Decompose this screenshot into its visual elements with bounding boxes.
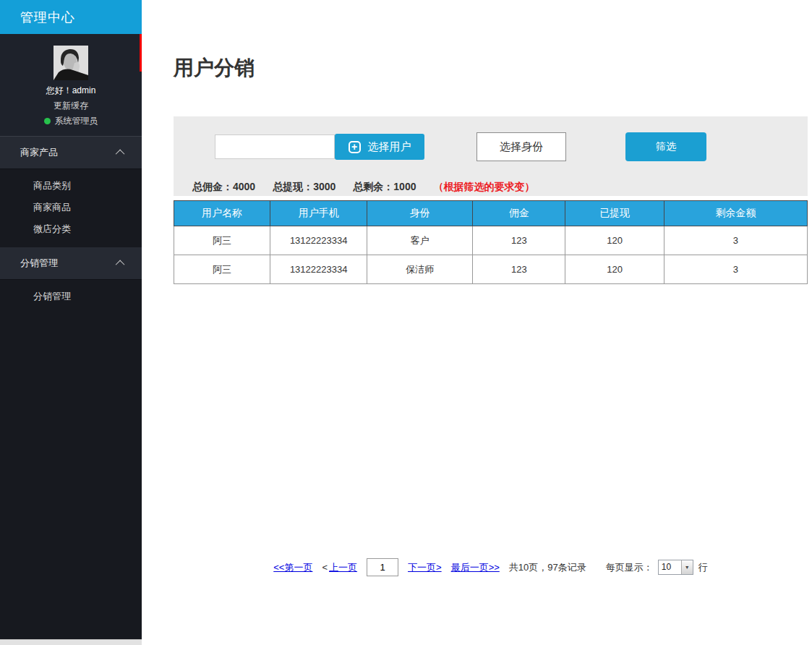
sidebar-section-label: 商家产品 [20, 146, 58, 159]
col-header-username: 用户名称 [174, 201, 270, 226]
cell-commission: 123 [473, 226, 565, 255]
update-cache-link[interactable]: 更新缓存 [0, 100, 142, 112]
filter-panel: + 选择用户 选择身份 筛选 总佣金：4000 总提现：3000 总剩余：100… [174, 116, 808, 196]
per-page-group: 每页显示： 10 ▼ 行 [606, 560, 708, 575]
cell-commission: 123 [473, 255, 565, 284]
page-number-input[interactable] [367, 558, 398, 576]
sidebar-scrollbar-thumb[interactable] [140, 34, 142, 72]
cell-remaining: 3 [664, 255, 807, 284]
submenu-merchant-products: 商品类别 商家商品 微店分类 [0, 169, 142, 247]
avatar-portrait-image [54, 46, 88, 80]
filter-button[interactable]: 筛选 [625, 132, 706, 161]
app-title-bar: 管理中心 [0, 0, 142, 34]
per-page-select[interactable]: 10 ▼ [658, 560, 693, 575]
cell-identity: 保洁师 [367, 255, 473, 284]
avatar [54, 46, 88, 80]
table-row: 阿三 13122223334 保洁师 123 120 3 [174, 255, 808, 284]
sidebar-item-distribution-management[interactable]: 分销管理 [0, 286, 142, 307]
table-row: 阿三 13122223334 客户 123 120 3 [174, 226, 808, 255]
main-content: 用户分销 + 选择用户 选择身份 筛选 总佣金：4000 总提现：3000 总剩… [142, 0, 812, 645]
per-page-label: 每页显示： [606, 561, 653, 574]
last-page-link[interactable]: 最后一页>> [451, 561, 500, 574]
stat-total-commission: 总佣金：4000 [192, 181, 255, 194]
app-root: 管理中心 您好！admin 更新缓存 系统管理员 商家 [0, 0, 812, 645]
first-page-link[interactable]: <<第一页 [273, 561, 312, 574]
distribution-table: 用户名称 用户手机 身份 佣金 已提现 剩余金额 阿三 13122223334 … [174, 200, 808, 284]
sidebar-section-label: 分销管理 [20, 257, 58, 270]
dropdown-arrow-icon: ▼ [681, 560, 693, 574]
sidebar-horizontal-scrollbar[interactable] [0, 639, 142, 645]
user-search-input[interactable] [215, 134, 335, 159]
sidebar-item-merchant-goods[interactable]: 商家商品 [0, 197, 142, 218]
user-role: 系统管理员 [0, 115, 142, 127]
col-header-commission: 佣金 [473, 201, 565, 226]
chevron-up-icon [116, 260, 125, 269]
cell-identity: 客户 [367, 226, 473, 255]
user-panel: 您好！admin 更新缓存 系统管理员 [0, 34, 142, 137]
sidebar-item-product-category[interactable]: 商品类别 [0, 175, 142, 197]
next-page-link[interactable]: 下一页> [408, 561, 442, 574]
stat-total-withdrawn: 总提现：3000 [273, 181, 336, 194]
select-identity-button[interactable]: 选择身份 [476, 132, 566, 161]
cell-phone: 13122223334 [270, 255, 367, 284]
cell-username: 阿三 [174, 226, 270, 255]
cell-withdrawn: 120 [565, 226, 664, 255]
online-status-dot [44, 118, 51, 124]
cell-phone: 13122223334 [270, 226, 367, 255]
rows-unit-label: 行 [698, 561, 708, 574]
table-header-row: 用户名称 用户手机 身份 佣金 已提现 剩余金额 [174, 201, 808, 226]
per-page-selected-value: 10 [659, 560, 681, 574]
cell-remaining: 3 [664, 226, 807, 255]
sidebar-item-weidian-category[interactable]: 微店分类 [0, 218, 142, 240]
sidebar-nav: 商家产品 商品类别 商家商品 微店分类 分销管理 分销管理 [0, 137, 142, 315]
prev-page-group: < 上一页 [322, 561, 357, 574]
col-header-remaining: 剩余金额 [664, 201, 807, 226]
page-count-info: 共10页，97条记录 [509, 561, 586, 574]
prev-page-link[interactable]: 上一页 [329, 561, 357, 574]
user-role-label: 系统管理员 [55, 115, 98, 127]
pagination: <<第一页 < 上一页 下一页> 最后一页>> 共10页，97条记录 每页显示：… [174, 558, 808, 576]
col-header-withdrawn: 已提现 [565, 201, 664, 226]
user-greeting: 您好！admin [0, 85, 142, 97]
sidebar: 管理中心 您好！admin 更新缓存 系统管理员 商家 [0, 0, 142, 645]
app-title: 管理中心 [20, 9, 75, 26]
cell-withdrawn: 120 [565, 255, 664, 284]
stat-note: （根据筛选的要求变） [433, 181, 534, 194]
col-header-phone: 用户手机 [270, 201, 367, 226]
select-user-button[interactable]: + 选择用户 [335, 134, 424, 160]
col-header-identity: 身份 [367, 201, 473, 226]
chevron-up-icon [116, 149, 125, 158]
prev-page-prefix: < [322, 562, 328, 573]
stats-row: 总佣金：4000 总提现：3000 总剩余：1000 （根据筛选的要求变） [192, 181, 808, 194]
page-title: 用户分销 [174, 54, 808, 82]
sidebar-section-merchant-products[interactable]: 商家产品 [0, 137, 142, 169]
submenu-distribution: 分销管理 [0, 280, 142, 315]
plus-icon: + [349, 141, 361, 153]
stat-total-remaining: 总剩余：1000 [353, 181, 416, 194]
cell-username: 阿三 [174, 255, 270, 284]
filter-controls-row: + 选择用户 选择身份 筛选 [215, 132, 808, 161]
select-user-button-label: 选择用户 [368, 140, 411, 154]
sidebar-section-distribution[interactable]: 分销管理 [0, 247, 142, 280]
